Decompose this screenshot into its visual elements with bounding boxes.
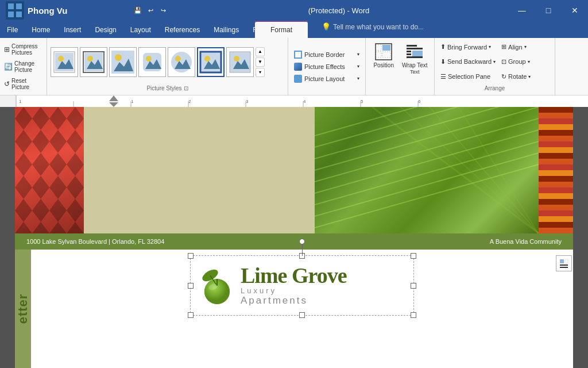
brand-name: Phong Vu [28, 6, 67, 16]
style-thumb-7[interactable] [226, 47, 254, 77]
gallery-down-button[interactable]: ▼ [256, 57, 265, 67]
handle-br[interactable] [411, 312, 416, 318]
ruler-corner [0, 95, 16, 107]
arrange-label: Arrange [485, 85, 505, 91]
picture-border-button[interactable]: Picture Border ▾ [292, 49, 362, 60]
tab-file[interactable]: File [0, 22, 25, 38]
svg-rect-81 [565, 259, 568, 263]
tab-insert[interactable]: Insert [57, 22, 88, 38]
svg-point-24 [204, 56, 210, 62]
logo-selection-box[interactable]: Lime Grove Luxury Apartments [190, 255, 414, 316]
wrap-text-button[interactable]: Wrap Text Text [400, 40, 430, 77]
handle-ml[interactable] [188, 283, 194, 289]
redo-qa-button[interactable]: ↪ [157, 5, 169, 16]
svg-text:5: 5 [361, 99, 363, 104]
tell-me-area: 💡 Tell me what you want to do... [322, 22, 424, 31]
rotate-dropdown: ▾ [528, 74, 531, 79]
header-center-tan [84, 107, 315, 233]
svg-line-59 [315, 107, 539, 170]
svg-point-21 [175, 56, 181, 62]
align-button[interactable]: ⊞ Align ▾ [499, 40, 551, 54]
style-thumb-1[interactable] [51, 47, 78, 77]
float-layout-button[interactable] [556, 255, 572, 271]
bring-forward-dropdown: ▾ [489, 44, 491, 49]
undo-qa-button[interactable]: ↩ [145, 5, 156, 16]
document-area: 1000 Lake Sylvan Boulevard | Orlando, FL… [0, 107, 588, 368]
svg-point-12 [87, 56, 93, 62]
svg-rect-4 [16, 12, 22, 17]
layout-icon [294, 75, 302, 83]
rotate-button[interactable]: ↻ Rotate ▾ [499, 70, 551, 83]
window-controls: — □ ✕ [509, 0, 588, 21]
picture-styles-expand-icon[interactable]: ⊡ [184, 85, 188, 91]
bring-forward-button[interactable]: ⬆ Bring Forward ▾ [438, 40, 498, 54]
layout-label: Picture Layout [304, 75, 345, 82]
document-page: 1000 Lake Sylvan Boulevard | Orlando, FL… [15, 107, 573, 368]
minimize-button[interactable]: — [509, 0, 535, 21]
reset-label: Reset Picture [11, 78, 42, 90]
change-icon: 🔄 [4, 63, 13, 71]
apartments-text: Apartments [241, 295, 347, 306]
svg-text:1: 1 [19, 99, 22, 104]
change-picture-button[interactable]: 🔄 Change Picture [2, 59, 44, 74]
compress-pictures-button[interactable]: ⊞ Compress Pictures [2, 42, 44, 57]
doc-lower: etter [15, 250, 573, 368]
style-thumb-3[interactable] [109, 47, 137, 77]
close-button[interactable]: ✕ [562, 0, 588, 21]
svg-rect-29 [382, 45, 390, 51]
style-thumb-5[interactable] [168, 47, 195, 77]
svg-rect-3 [8, 12, 14, 17]
rotate-icon: ↻ [501, 73, 506, 80]
rotate-label: Rotate [508, 73, 527, 80]
svg-text:2: 2 [188, 99, 191, 104]
tab-references[interactable]: References [158, 22, 207, 38]
reset-picture-button[interactable]: ↺ Reset Picture [2, 76, 44, 91]
chevron-pattern [15, 107, 84, 233]
svg-rect-30 [382, 52, 390, 57]
handle-mr[interactable] [411, 283, 416, 289]
tab-layout[interactable]: Layout [123, 22, 158, 38]
svg-rect-31 [376, 45, 381, 51]
picture-effects-button[interactable]: Picture Effects ▾ [292, 62, 362, 72]
group-label: Group [508, 58, 526, 65]
style-thumb-6[interactable] [197, 47, 225, 77]
svg-line-70 [430, 107, 539, 233]
rotate-handle[interactable] [299, 239, 305, 244]
handle-tl[interactable] [188, 253, 194, 259]
tab-format[interactable]: Format [255, 22, 308, 38]
svg-line-67 [315, 164, 539, 228]
tab-design[interactable]: Design [88, 22, 123, 38]
save-qa-button[interactable]: 💾 [132, 5, 144, 16]
document-title: (Protected) - Word [169, 6, 509, 15]
picture-styles-label-row: Picture Styles ⊡ [51, 83, 284, 93]
svg-rect-33 [407, 45, 417, 47]
svg-rect-37 [407, 53, 411, 55]
send-backward-button[interactable]: ⬇ Send Backward ▾ [438, 55, 498, 69]
group-dropdown: ▾ [528, 59, 530, 64]
header-green-right [315, 107, 539, 233]
group-icon: ⊡ [501, 58, 506, 66]
handle-tr[interactable] [411, 253, 416, 259]
ruler: 1 1 2 3 4 5 6 [0, 95, 588, 107]
selection-pane-button[interactable]: ☰ Selection Pane [438, 70, 498, 83]
group-button[interactable]: ⊡ Group ▾ [499, 55, 551, 69]
handle-bl[interactable] [188, 312, 194, 318]
svg-rect-78 [560, 259, 564, 263]
gallery-expand-button[interactable]: ▾ [256, 68, 265, 77]
doc-header [15, 107, 573, 233]
picture-layout-button[interactable]: Picture Layout ▾ [292, 74, 362, 84]
tab-mailings[interactable]: Mailings [207, 22, 246, 38]
logo-content: Lime Grove Luxury Apartments [195, 260, 409, 310]
style-thumb-2[interactable] [80, 47, 107, 77]
handle-bm[interactable] [299, 312, 305, 318]
maximize-button[interactable]: □ [535, 0, 562, 21]
address-bar: 1000 Lake Sylvan Boulevard | Orlando, FL… [15, 233, 573, 250]
style-thumb-4[interactable] [138, 47, 166, 77]
logo-area: Phong Vu [0, 1, 132, 20]
logo-text-group: Lime Grove Luxury Apartments [241, 264, 347, 306]
position-button[interactable]: Position [370, 40, 397, 71]
tell-me-text[interactable]: Tell me what you want to do... [333, 23, 424, 31]
gallery-up-button[interactable]: ▲ [256, 47, 265, 56]
tab-home[interactable]: Home [25, 22, 57, 38]
svg-point-8 [58, 56, 64, 62]
